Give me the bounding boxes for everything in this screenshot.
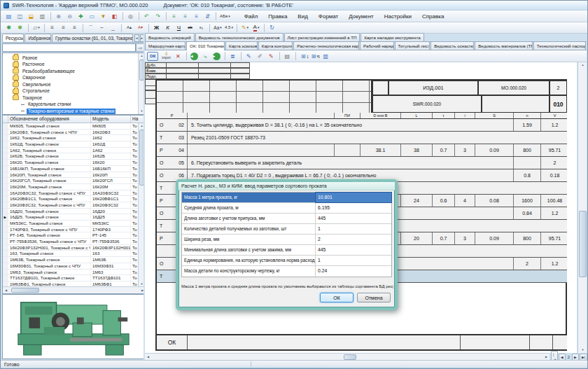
table-row[interactable]: РТ-145, Токарный станок РТ-145 То bbox=[3, 232, 144, 239]
strikethrough-icon[interactable]: ab bbox=[186, 23, 195, 32]
scroll-left-icon[interactable]: ◀ bbox=[145, 354, 151, 360]
print-icon[interactable]: ▥ bbox=[38, 12, 48, 21]
column-header-extra[interactable]: На bbox=[131, 116, 144, 123]
table-row[interactable]: 16Б16КП, Токарный станок 16Б16КП То bbox=[3, 166, 144, 172]
equipment-horizontal-scrollbar[interactable]: ◀ ▶ bbox=[3, 286, 146, 293]
line-middle-icon[interactable]: − bbox=[97, 23, 107, 32]
align-left-icon[interactable]: ≡ bbox=[48, 23, 57, 32]
table-row[interactable]: 1М63Б, Токарный станок 1М63Б То bbox=[3, 257, 144, 263]
tree-item[interactable]: Сварочное bbox=[3, 75, 144, 82]
undo-icon[interactable]: ↶ bbox=[142, 12, 152, 21]
edit-remove-icon[interactable]: ✎ bbox=[267, 52, 276, 61]
table-row[interactable]: МК605, Токарный станок МК605 То bbox=[3, 123, 144, 130]
tab-ok-010-tokarnaya[interactable]: ОК: 010 Токарная bbox=[186, 41, 225, 50]
redo-icon[interactable]: ↷ bbox=[153, 12, 163, 21]
dialog-ok-button[interactable]: ОК bbox=[320, 293, 354, 302]
tab-tooling-groups[interactable]: Группы оснастки (61, 01, 03, Токарная, '… bbox=[52, 34, 133, 42]
param-value-field[interactable]: 1 bbox=[316, 224, 391, 234]
table-row[interactable]: 16К20П, Токарный станок 16К20П То bbox=[3, 172, 144, 179]
tab-vedomost-tehdocs[interactable]: Ведомость технологических документов bbox=[195, 33, 284, 41]
underline-icon[interactable]: Ч bbox=[174, 23, 184, 32]
menu-item[interactable]: Вид bbox=[296, 13, 309, 20]
tree-item[interactable]: Токарно-винторезные и токарные станки bbox=[3, 108, 144, 115]
print-document-icon[interactable]: ▤ bbox=[283, 52, 293, 61]
tab-rabochiy-naryad[interactable]: Рабочий наряд bbox=[360, 41, 393, 50]
goto-sheet-icon[interactable]: ⤷ bbox=[201, 52, 211, 61]
align-center-icon[interactable]: ≡ bbox=[59, 23, 69, 32]
tab-resources[interactable]: Ресурсы bbox=[2, 34, 24, 42]
align-right-icon[interactable]: ≡ bbox=[70, 23, 80, 32]
zoom-out-icon[interactable]: ⊖ bbox=[65, 12, 75, 21]
tab-favorites[interactable]: Избранное bbox=[24, 34, 51, 42]
renumber-icon[interactable]: ≡ bbox=[192, 12, 202, 21]
tab-karta-kontrolya[interactable]: Карта контроля bbox=[258, 41, 293, 50]
tab-rtk[interactable]: Расчетно-технологическая карта bbox=[293, 41, 359, 50]
scroll-up-icon[interactable]: ▲ bbox=[578, 62, 587, 68]
edit-text-icon[interactable]: ✎ bbox=[244, 52, 254, 61]
menu-item[interactable]: Правка bbox=[267, 13, 288, 20]
line-top-icon[interactable]: ¯ bbox=[86, 23, 96, 32]
column-header-model[interactable]: Модель bbox=[91, 116, 131, 123]
table-row[interactable]: 16К20ГСЛ, Токарный станок 16К20ГСЛ То bbox=[3, 178, 144, 184]
param-value-field[interactable]: 6.195 bbox=[316, 203, 391, 213]
tab-list-registracii[interactable]: Лист регистрации изменений в ТП bbox=[284, 33, 360, 41]
tree-item[interactable]: Карусельные станки bbox=[3, 102, 144, 109]
tools-pen-icon[interactable]: ✐ bbox=[255, 52, 265, 61]
tab-vedomost-osnastki[interactable]: Ведомость оснастки bbox=[430, 41, 474, 50]
param-value-field[interactable]: 1 bbox=[316, 256, 391, 265]
dialog-param-row[interactable]: Ширина реза, мм 2 bbox=[182, 235, 391, 245]
table-row[interactable]: 16К20Ф3Р132Н001, Токарный станок с ЧПУ 1… bbox=[3, 245, 144, 251]
operation-row[interactable]: О02 5. Точить цилиндр, выдерживая D = 38… bbox=[157, 119, 567, 132]
tree-item[interactable]: Токарное bbox=[3, 95, 144, 102]
table-row[interactable]: 1К62, Токарный станок 1К62 То bbox=[3, 135, 144, 141]
import-button[interactable]: ⇩ import bbox=[160, 51, 173, 61]
param-value-field[interactable]: 445 bbox=[316, 245, 391, 255]
table-row[interactable]: 1А62, Токарный станок 1А62 То bbox=[3, 148, 144, 154]
tree-item[interactable]: Резьбообрабатывающее bbox=[3, 68, 144, 75]
operation-row[interactable]: Т03 Резец 2101-0509 ГОСТ 18870-73 bbox=[157, 132, 567, 144]
tab-scroll-left-icon[interactable]: ◂ bbox=[134, 34, 139, 42]
prev-page-button[interactable]: ◀ bbox=[559, 354, 566, 361]
new-document-icon[interactable]: ▤ bbox=[4, 12, 14, 21]
prev-operation-icon[interactable]: ◀ bbox=[190, 52, 200, 61]
paste-special-icon[interactable]: ✱ bbox=[4, 23, 14, 32]
scroll-down-icon[interactable]: ▼ bbox=[578, 347, 587, 353]
param-value-field[interactable]: 445 bbox=[316, 214, 391, 223]
next-page-button[interactable]: ▶ bbox=[572, 354, 579, 361]
zoom-in-icon[interactable]: ⊕ bbox=[54, 12, 64, 21]
table-row[interactable]: РТ-755Ф3536, Токарный станок с ЧПУ РТ-75… bbox=[3, 239, 144, 245]
table-row[interactable]: 16А20Ф3С32, Токарный станок с ЧПУ 16А20Ф… bbox=[3, 190, 144, 197]
tree-item[interactable]: Расточное bbox=[3, 62, 144, 69]
dialog-param-row[interactable]: Количество деталей получаемых из заготов… bbox=[182, 224, 391, 235]
tab-marshrutnaya-karta[interactable]: Маршрутная карта bbox=[145, 41, 186, 50]
dialog-param-row[interactable]: Масса 1 метра проката, кг 10.801 bbox=[182, 193, 391, 203]
menu-item[interactable]: Справка bbox=[421, 13, 445, 20]
text-case-dropdown[interactable]: АБв ▾ bbox=[219, 12, 231, 21]
row-highlight-icon[interactable]: ▭ bbox=[88, 12, 97, 21]
table-row[interactable]: 1К62Д, Токарный станок 1К62Д То bbox=[3, 141, 144, 148]
copy-format-dropdown[interactable]: ▱ ▾ bbox=[31, 23, 41, 32]
reset-format-icon[interactable]: ↻ bbox=[267, 23, 277, 32]
delete-row-icon[interactable]: ✕ bbox=[174, 52, 183, 61]
param-value-field[interactable]: 0.24 bbox=[316, 266, 391, 277]
italic-icon[interactable]: К bbox=[163, 23, 173, 32]
param-value-field[interactable]: 2 bbox=[316, 235, 391, 244]
doc-type-ok-button[interactable]: ОК bbox=[147, 52, 158, 61]
dialog-param-row[interactable]: Масса детали по конструкторскому чертежу… bbox=[182, 266, 391, 277]
last-page-button[interactable]: ▶| bbox=[580, 354, 587, 361]
dialog-param-row[interactable]: Минимальная длина заготовки с учетом заж… bbox=[182, 245, 391, 256]
scroll-right-icon[interactable]: ▶ bbox=[543, 354, 550, 360]
table-row[interactable]: 16Д20, Токарный станок 16Д20 То bbox=[3, 209, 144, 215]
font-size-dropdown[interactable]: 4.5 ▾ bbox=[224, 23, 234, 32]
find-icon[interactable]: ◎ bbox=[126, 12, 136, 21]
dialog-titlebar[interactable]: Расчет Н. расх., МЗ и КИМ: ввод параметр… bbox=[178, 182, 395, 190]
tab-titulny-list[interactable]: Титульный лист bbox=[395, 41, 430, 50]
add-sheet-icon[interactable]: ✚ bbox=[76, 12, 86, 21]
font-name-dropdown[interactable]: Аа ▾ bbox=[213, 23, 223, 32]
table-row[interactable]: 16К20М, Токарный станок 16К20М То bbox=[3, 184, 144, 190]
tab-vedomost-operaciy[interactable]: Ведомость операций bbox=[145, 33, 195, 41]
tab-karta-eskizov[interactable]: Карта эскизов bbox=[225, 41, 258, 50]
menu-item[interactable]: Файл bbox=[243, 13, 260, 20]
table-row[interactable]: ТТ1637ДФ101, Токарный станок ТТ1637ДФ101… bbox=[3, 275, 144, 281]
font-decrease-icon[interactable]: А▾ bbox=[136, 23, 146, 32]
